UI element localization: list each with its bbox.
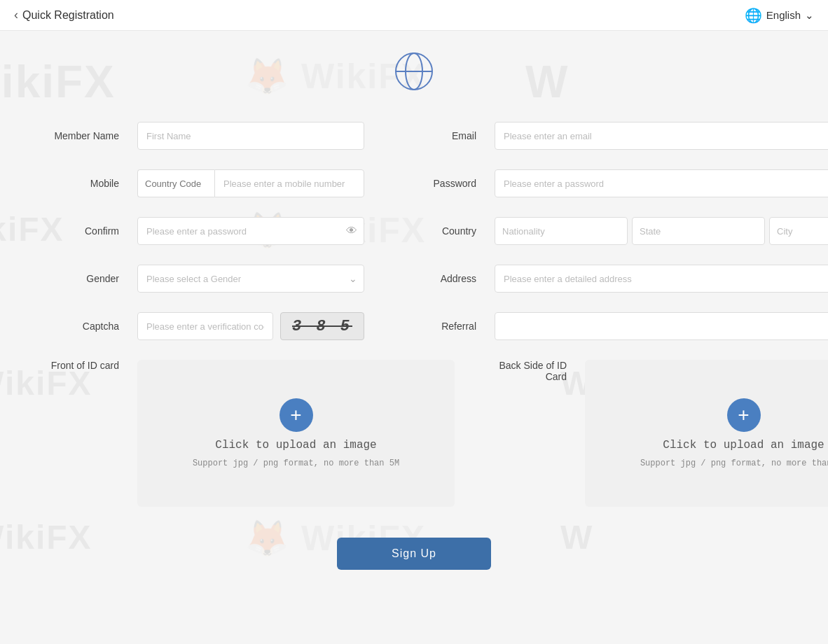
password-row: Password 👁 [378,160,828,207]
captcha-input[interactable] [137,312,273,340]
mobile-label: Mobile [35,178,126,189]
captcha-image[interactable]: 3 8 5 [280,312,364,340]
address-input[interactable] [495,265,828,293]
confirm-row: Confirm 👁 [35,207,378,255]
password-input[interactable] [495,169,828,197]
captcha-code: 3 8 5 [292,318,352,335]
upload-plus-icon: + [280,398,313,432]
logo-area [35,52,793,91]
country-label: Country [392,225,483,237]
referral-input[interactable] [495,312,828,340]
captcha-row: Captcha 3 8 5 [35,302,378,350]
upload-plus-back-icon: + [727,398,761,432]
password-label: Password [392,178,483,189]
address-row: Address [378,255,828,302]
confirm-wrapper: 👁 [137,217,364,245]
main-content: Member Name Email Mobile Password 👁 [0,31,828,612]
mobile-number-input[interactable] [214,169,364,197]
country-code-input[interactable] [137,169,214,197]
address-label: Address [392,273,483,284]
back-id-label: Back Side of ID Card [483,360,574,382]
member-name-row: Member Name [35,112,378,160]
email-row: Email [378,112,828,160]
gender-select[interactable]: Please select a Gender Male Female Other [137,265,364,293]
member-name-label: Member Name [35,130,126,141]
gender-label: Gender [35,273,126,284]
mobile-inputs [137,169,364,197]
upload-hint-back: Support jpg / png format, no more than 5… [640,458,828,468]
signup-area: Sign Up [35,538,793,570]
email-input[interactable] [495,122,828,150]
language-label: English [766,9,801,21]
upload-section: Front of ID card + Click to upload an im… [35,350,828,517]
state-input[interactable] [632,217,765,245]
upload-text-front: Click to upload an image [215,439,376,451]
confirm-label: Confirm [35,225,126,237]
mobile-row: Mobile [35,160,378,207]
logo-icon [394,52,434,91]
email-label: Email [392,130,483,141]
gender-row: Gender Please select a Gender Male Femal… [35,255,378,302]
back-arrow-icon: ‹ [14,8,18,22]
nationality-input[interactable] [495,217,628,245]
city-input[interactable] [769,217,828,245]
country-row: Country [378,207,828,255]
front-id-upload[interactable]: + Click to upload an image Support jpg /… [137,360,455,507]
page-title: Quick Registration [22,9,114,22]
upload-text-back: Click to upload an image [663,439,824,451]
back-id-upload[interactable]: + Click to upload an image Support jpg /… [585,360,828,507]
referral-label: Referral [392,321,483,332]
referral-row: Referral [378,302,828,350]
registration-form: Member Name Email Mobile Password 👁 [35,112,793,517]
country-inputs [495,217,828,245]
captcha-wrapper: 3 8 5 [137,312,364,340]
confirm-eye-icon[interactable]: 👁 [346,225,357,237]
globe-icon: 🌐 [745,7,762,24]
gender-wrapper: Please select a Gender Male Female Other… [137,265,364,293]
front-id-row: Front of ID card + Click to upload an im… [35,350,469,517]
front-id-label: Front of ID card [35,360,126,371]
upload-hint-front: Support jpg / png format, no more than 5… [193,458,399,468]
signup-button[interactable]: Sign Up [337,538,491,570]
language-selector[interactable]: 🌐 English ⌄ [745,7,814,24]
captcha-label: Captcha [35,321,126,332]
back-id-row: Back Side of ID Card + Click to upload a… [469,350,828,517]
header: ‹ Quick Registration 🌐 English ⌄ [0,0,828,31]
password-wrapper: 👁 [495,169,828,197]
confirm-input[interactable] [137,217,364,245]
chevron-down-icon: ⌄ [805,9,814,22]
member-name-input[interactable] [137,122,364,150]
back-button[interactable]: ‹ Quick Registration [14,8,114,22]
